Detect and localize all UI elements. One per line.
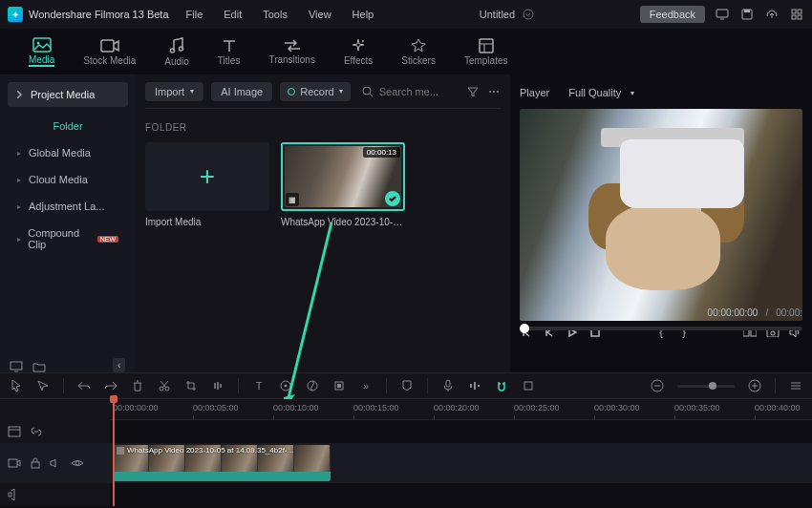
player-scrubber[interactable] [520,327,802,330]
track-visibility-icon[interactable] [71,458,84,468]
tl-delete-icon[interactable] [131,379,144,392]
zoom-slider[interactable] [677,385,735,388]
menu-tools[interactable]: Tools [263,9,288,20]
tl-speed-icon[interactable] [211,379,224,392]
video-track[interactable]: WhatsApp Video 2023-10-05 at 14.08.35_4b… [110,443,812,483]
folder-item-compound[interactable]: ▸Compound ClipNEW [8,220,128,258]
tl-list-icon[interactable] [789,379,802,392]
quality-selector[interactable]: Full Quality▾ [568,87,634,98]
save-icon[interactable] [739,7,755,22]
total-time: 00:00: [776,307,802,318]
tl-pointer-icon[interactable] [10,379,23,392]
tab-titles[interactable]: Titles [218,38,241,66]
search-input[interactable] [379,86,451,97]
menu-list: File Edit Tools View Help [186,9,374,20]
tl-crop-icon[interactable] [184,379,198,392]
left-bottom-tools [10,361,46,372]
import-media-tile[interactable]: + Import Media [145,142,269,227]
more-icon[interactable] [487,85,501,98]
cloud-upload-icon[interactable] [764,7,780,22]
svg-rect-42 [470,384,472,388]
folder-item-adjustment[interactable]: ▸Adjustment La... [8,193,128,220]
chevron-right-icon: ▸ [17,235,22,243]
folder-item-global[interactable]: ▸Global Media [8,139,128,166]
import-button[interactable]: Import▾ [145,82,203,101]
monitor-small-icon[interactable] [10,361,23,372]
tab-stock-media[interactable]: Stock Media [83,38,136,66]
search-box[interactable] [358,86,459,97]
tab-templates[interactable]: Templates [464,38,508,66]
scrubber-handle[interactable] [520,324,529,333]
tl-audio-icon[interactable] [468,379,481,392]
tl-mask-icon[interactable] [332,379,346,392]
timeline-main[interactable]: 00:00:00:00 00:00:05:00 00:00:10:00 00:0… [110,399,812,506]
project-media-header[interactable]: Project Media [8,82,128,107]
qr-icon[interactable] [789,7,804,22]
tab-media[interactable]: Media [29,37,54,67]
timeline: 00:00:00:00 00:00:05:00 00:00:10:00 00:0… [0,399,812,506]
project-title-area: Untitled [374,9,639,20]
svg-point-24 [489,91,491,93]
menu-view[interactable]: View [309,9,331,20]
current-time: 00:00:00:00 [708,307,759,318]
folder-small-icon[interactable] [32,361,46,372]
check-icon [385,191,400,206]
tl-color-icon[interactable] [306,379,319,392]
collapse-panel[interactable]: ‹ [113,358,125,372]
tl-cut-icon[interactable] [158,379,171,392]
folder-item-folder[interactable]: Folder [8,113,128,139]
media-grid: + Import Media 00:00:13 ▦ WhatsApp Video… [145,142,501,227]
timeline-ruler[interactable]: 00:00:00:00 00:00:05:00 00:00:10:00 00:0… [110,399,812,420]
tl-mic-icon[interactable] [441,379,455,392]
tl-expand-icon[interactable] [8,426,21,437]
track-lock-icon[interactable] [31,457,40,469]
tab-transitions[interactable]: Transitions [268,39,315,65]
tl-more-icon[interactable]: » [359,379,373,392]
video-preview[interactable] [520,109,802,321]
folder-item-cloud[interactable]: ▸Cloud Media [8,166,128,193]
filter-icon[interactable] [466,85,480,98]
menu-help[interactable]: Help [353,9,374,20]
tl-magnet-icon[interactable] [495,379,508,392]
tl-redo-icon[interactable] [104,379,118,392]
tl-marker-icon[interactable] [400,379,414,392]
tl-link-icon[interactable] [522,379,535,392]
tl-keyframe-icon[interactable] [279,379,292,392]
tick: 00:00:25:00 [514,403,560,413]
record-dot-icon [288,88,295,95]
audio-track-icon[interactable] [8,489,19,500]
tl-zoom-out-icon[interactable] [651,379,664,392]
svg-point-22 [363,87,371,95]
player-header: Player Full Quality▾ [520,82,802,103]
tl-text-icon[interactable]: T [252,379,266,392]
menu-file[interactable]: File [186,9,203,20]
clip-label: WhatsApp Video 2023-10-05 at 14.08.35_4b… [117,446,293,455]
tab-audio[interactable]: Audio [164,37,189,67]
tl-undo-icon[interactable] [77,379,91,392]
tick: 00:00:15:00 [353,403,399,413]
feedback-button[interactable]: Feedback [640,6,705,23]
svg-point-58 [75,461,79,465]
video-track-icon[interactable] [8,457,21,469]
ai-image-button[interactable]: AI Image [211,82,272,101]
svg-rect-43 [474,382,476,390]
tl-zoom-in-icon[interactable] [748,379,761,392]
playhead[interactable] [113,399,115,506]
tl-select-icon[interactable] [36,379,50,392]
tab-stickers[interactable]: Stickers [401,38,436,66]
search-icon [362,86,374,97]
media-item[interactable]: 00:00:13 ▦ WhatsApp Video 2023-10-05... [281,142,405,227]
svg-rect-54 [9,427,20,436]
timeline-clip[interactable]: WhatsApp Video 2023-10-05 at 14.08.35_4b… [113,445,331,481]
player-label: Player [520,87,549,98]
timeline-track-headers [0,399,110,506]
zoom-handle[interactable] [709,382,716,390]
record-button[interactable]: Record▾ [280,82,350,101]
track-mute-icon[interactable] [50,458,61,468]
tl-link2-icon[interactable] [31,426,42,437]
app-name: Wondershare Filmora 13 Beta [29,9,169,20]
monitor-icon[interactable] [715,7,730,22]
tab-effects[interactable]: Effects [344,38,373,66]
menu-edit[interactable]: Edit [224,9,242,20]
media-panel: Import▾ AI Image Record▾ FOLDER + Import… [136,74,510,372]
